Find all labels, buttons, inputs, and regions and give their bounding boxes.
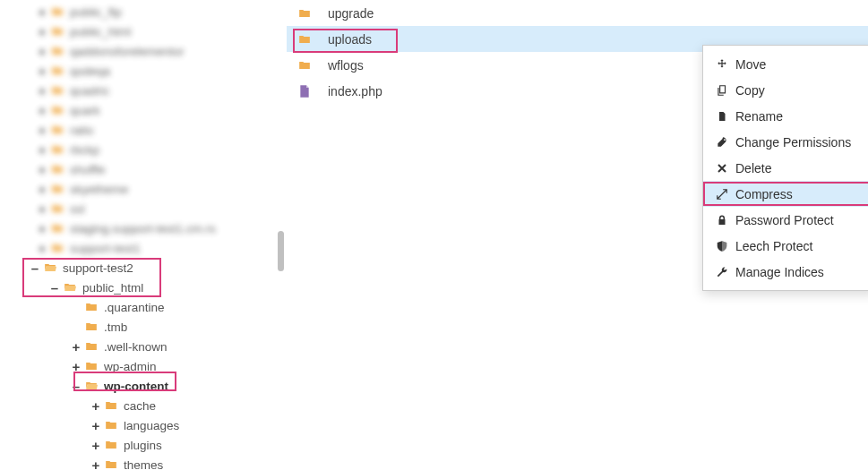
move-icon — [716, 58, 728, 71]
context-menu-label: Delete — [735, 161, 771, 175]
folder-icon — [84, 340, 100, 353]
tree-item[interactable]: +.tmb — [0, 317, 287, 337]
tree-item-label: wp-admin — [104, 360, 157, 373]
tree-item-blurred[interactable]: +staging.support-test1.cm.rs — [0, 218, 287, 238]
shield-icon — [716, 240, 728, 252]
folder-icon — [297, 59, 317, 72]
folder-icon — [84, 360, 100, 372]
folder-icon — [50, 242, 66, 254]
tree-toggle[interactable]: + — [90, 458, 102, 471]
file-name: uploads — [328, 32, 372, 47]
tree-item[interactable]: +themes — [0, 455, 287, 470]
tree-item[interactable]: +languages — [0, 415, 287, 435]
folder-icon — [50, 104, 66, 116]
file-name: wflogs — [328, 58, 364, 73]
tree-item-public-html[interactable]: –public_html — [0, 278, 287, 297]
delete-icon — [716, 163, 728, 174]
folder-icon — [50, 202, 66, 215]
tree-item-blurred[interactable]: +qaddonsforelementor — [0, 41, 287, 61]
folder-icon — [50, 5, 66, 18]
tree-toggle[interactable]: – — [29, 261, 41, 275]
tree-item-label: .tmb — [104, 320, 127, 334]
file-name: index.php — [328, 84, 382, 98]
tree-toggle[interactable]: + — [90, 419, 102, 432]
folder-icon — [104, 399, 120, 412]
context-menu-item[interactable]: Compress — [703, 181, 868, 207]
tree-toggle[interactable]: – — [70, 380, 82, 393]
folder-icon — [50, 45, 66, 57]
context-menu-item[interactable]: Change Permissions — [703, 129, 868, 155]
php-file-icon — [297, 83, 317, 99]
copy-icon — [716, 84, 728, 97]
context-menu-item[interactable]: Password Protect — [703, 207, 868, 233]
context-menu-label: Password Protect — [735, 213, 834, 227]
context-menu-label: Manage Indices — [735, 265, 824, 279]
context-menu-label: Leech Protect — [735, 239, 812, 253]
context-menu-item[interactable]: Delete — [703, 155, 868, 181]
folder-icon — [50, 84, 66, 97]
scrollbar-thumb[interactable] — [278, 231, 284, 271]
folder-icon — [104, 458, 120, 470]
tree-item-label: languages — [124, 419, 179, 432]
file-list: upgradeuploadswflogsindex.php MoveCopyRe… — [287, 0, 868, 470]
tree-item-label: cache — [124, 399, 156, 413]
folder-icon — [50, 25, 66, 38]
tree-item[interactable]: +cache — [0, 396, 287, 415]
tree-item-label: plugins — [124, 439, 162, 452]
rename-icon — [716, 110, 728, 123]
tree-item-blurred[interactable]: +ssl — [0, 199, 287, 218]
tree-item-blurred[interactable]: +quark — [0, 100, 287, 120]
tree-item-label: support-test2 — [63, 261, 133, 275]
tree-toggle[interactable]: + — [90, 399, 102, 413]
folder-open-icon — [63, 281, 79, 294]
tree-toggle[interactable]: + — [90, 439, 102, 452]
tree-item-blurred[interactable]: +shuffle — [0, 159, 287, 179]
context-menu: MoveCopyRenameChange PermissionsDeleteCo… — [702, 45, 868, 291]
folder-open-icon — [43, 261, 59, 274]
folder-icon — [50, 183, 66, 195]
context-menu-item[interactable]: Move — [703, 51, 868, 77]
context-menu-label: Copy — [735, 83, 765, 98]
svg-point-0 — [724, 139, 726, 141]
tree-item-label: .quarantine — [104, 301, 165, 314]
wrench-icon — [716, 266, 728, 278]
tree-toggle[interactable]: – — [48, 281, 61, 295]
tree-item-blurred[interactable]: +public_ftp — [0, 2, 287, 21]
tree-item[interactable]: +plugins — [0, 435, 287, 455]
context-menu-label: Rename — [735, 109, 783, 124]
tree-item-blurred[interactable]: +rbckp — [0, 140, 287, 159]
context-menu-item[interactable]: Leech Protect — [703, 233, 868, 259]
context-menu-label: Change Permissions — [735, 135, 851, 150]
tree-item-label: .well-known — [104, 340, 168, 354]
context-menu-item[interactable]: Rename — [703, 103, 868, 129]
perm-icon — [716, 136, 728, 149]
context-menu-item[interactable]: Manage Indices — [703, 259, 868, 285]
folder-tree: +public_ftp+public_html+qaddonsforelemen… — [0, 0, 287, 470]
folder-icon — [84, 301, 100, 313]
tree-item[interactable]: –wp-content — [0, 376, 287, 396]
tree-item-blurred[interactable]: +qodeqa — [0, 61, 287, 81]
lock-icon — [716, 214, 728, 226]
context-menu-item[interactable]: Copy — [703, 77, 868, 103]
folder-icon — [50, 124, 66, 136]
tree-item-label: wp-content — [104, 380, 168, 393]
tree-item-blurred[interactable]: +ratio — [0, 120, 287, 140]
folder-icon — [50, 222, 66, 235]
tree-toggle[interactable]: + — [70, 360, 82, 373]
tree-item-blurred[interactable]: +quadric — [0, 81, 287, 100]
folder-icon — [50, 163, 66, 175]
file-name: upgrade — [328, 6, 374, 21]
context-menu-label: Move — [735, 57, 766, 72]
folder-icon — [50, 143, 66, 156]
tree-item-blurred[interactable]: +support-test1 — [0, 238, 287, 258]
tree-item[interactable]: +wp-admin — [0, 356, 287, 376]
folder-icon — [84, 320, 100, 333]
tree-item-blurred[interactable]: +public_html — [0, 21, 287, 41]
tree-item-support-test2[interactable]: –support-test2 — [0, 258, 287, 278]
file-row[interactable]: upgrade — [287, 0, 868, 26]
tree-toggle[interactable]: + — [70, 340, 82, 354]
tree-item[interactable]: +.quarantine — [0, 297, 287, 317]
folder-icon — [297, 33, 317, 46]
tree-item[interactable]: +.well-known — [0, 337, 287, 356]
tree-item-blurred[interactable]: +skyetheme — [0, 179, 287, 199]
